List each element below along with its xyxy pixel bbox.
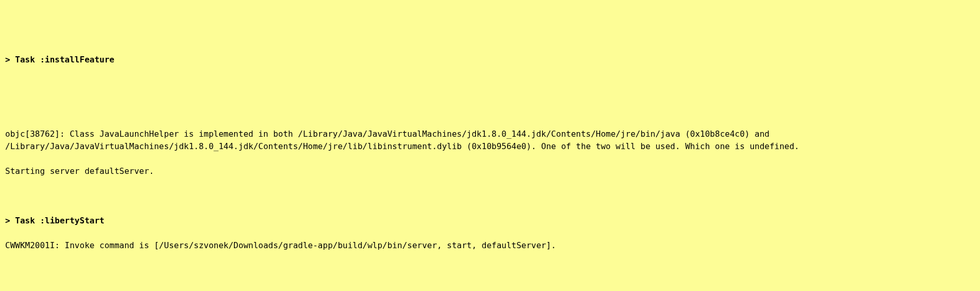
- invoke-command: CWWKM2001I: Invoke command is [/Users/sz…: [5, 239, 975, 252]
- blank-line: [5, 103, 975, 116]
- starting-server: Starting server defaultServer.: [5, 165, 975, 177]
- blank-line: [5, 264, 975, 277]
- objc-warning: objc[38762]: Class JavaLaunchHelper is i…: [5, 128, 975, 153]
- task-install-feature: > Task :installFeature: [5, 54, 975, 66]
- blank-line: [5, 190, 975, 202]
- server-started: Server defaultServer started with proces…: [5, 289, 975, 291]
- blank-line: [5, 78, 975, 91]
- task-liberty-start-1: > Task :libertyStart: [5, 215, 975, 227]
